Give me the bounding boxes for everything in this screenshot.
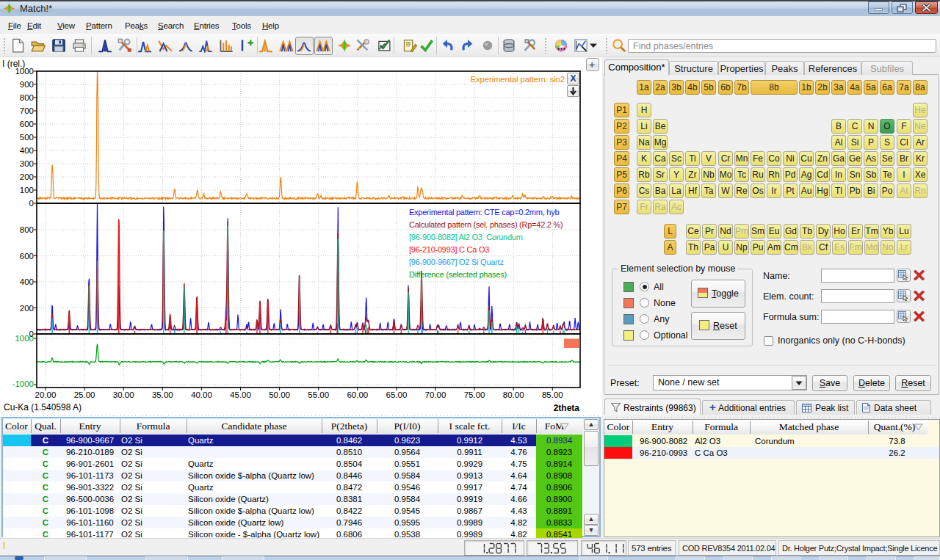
svg-text:Calculated pattern (sel. phase: Calculated pattern (sel. phases) (Rp=42.… [409, 220, 563, 229]
svg-text:1000: 1000 [15, 67, 34, 76]
svg-text:75.00: 75.00 [464, 390, 485, 399]
svg-text:[96-900-8082] Al2 O3 Corundum: [96-900-8082] Al2 O3 Corundum [409, 233, 523, 241]
svg-text:35.00: 35.00 [152, 390, 173, 399]
svg-text:[96-900-9667] O2 Si Quartz: [96-900-9667] O2 Si Quartz [409, 258, 504, 266]
svg-text:800: 800 [20, 93, 34, 102]
svg-text:-1000: -1000 [12, 379, 34, 388]
svg-text:[96-210-0993] C Ca O3: [96-210-0993] C Ca O3 [409, 245, 489, 254]
svg-text:100: 100 [20, 186, 34, 194]
svg-text:1000: 1000 [15, 334, 34, 343]
svg-text:Experimental pattern: CTE cap=: Experimental pattern: CTE cap=0.2mm, hyb [409, 208, 559, 217]
svg-text:0: 0 [29, 199, 34, 208]
svg-text:45.00: 45.00 [230, 390, 251, 399]
svg-text:400: 400 [20, 277, 34, 286]
svg-text:200: 200 [20, 172, 34, 181]
svg-text:700: 700 [20, 106, 34, 115]
svg-text:900: 900 [20, 80, 34, 89]
svg-text:Difference (selected phases): Difference (selected phases) [409, 270, 507, 279]
svg-text:55.00: 55.00 [308, 390, 329, 399]
svg-text:70.00: 70.00 [425, 390, 446, 399]
svg-text:30.00: 30.00 [113, 390, 134, 399]
svg-text:300: 300 [20, 159, 34, 168]
svg-text:200: 200 [20, 304, 34, 313]
svg-text:500: 500 [20, 133, 34, 142]
svg-text:800: 800 [20, 225, 34, 234]
svg-text:600: 600 [20, 120, 34, 128]
svg-text:600: 600 [20, 252, 34, 261]
svg-text:85.00: 85.00 [542, 390, 563, 399]
svg-text:60.00: 60.00 [347, 390, 368, 399]
svg-text:65.00: 65.00 [386, 390, 408, 399]
svg-text:25.00: 25.00 [74, 390, 95, 399]
svg-text:Experimental pattern: sio2: Experimental pattern: sio2 [471, 75, 565, 84]
svg-text:20.00: 20.00 [35, 390, 57, 399]
svg-text:80.00: 80.00 [503, 390, 524, 399]
svg-text:40.00: 40.00 [191, 390, 212, 399]
svg-text:2theta: 2theta [554, 403, 580, 413]
svg-text:50.00: 50.00 [269, 390, 290, 399]
svg-text:Cu-Ka (1.540598 A): Cu-Ka (1.540598 A) [4, 402, 82, 412]
svg-text:400: 400 [20, 146, 34, 155]
